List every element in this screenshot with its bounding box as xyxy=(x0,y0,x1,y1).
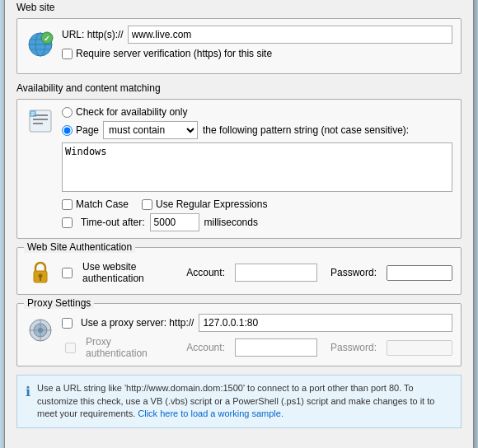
pattern-textarea[interactable]: Windows xyxy=(62,142,452,192)
globe-icon: ✓ xyxy=(26,30,55,59)
use-auth-label: Use website authentication xyxy=(82,261,171,284)
use-proxy-label: Use a proxy server: http:// xyxy=(81,317,194,329)
availability-section: ≡ Check for availability only Page must … xyxy=(16,99,462,239)
auth-section-title: Web Site Authentication xyxy=(24,241,135,253)
auth-account-label: Account: xyxy=(186,267,225,278)
use-regex-checkbox[interactable] xyxy=(142,199,152,210)
lock-icon xyxy=(26,258,55,287)
proxy-section: Proxy Settings Use a proxy server: http:… xyxy=(16,303,462,366)
info-text: Use a URL string like 'http://www.domain… xyxy=(37,382,452,420)
timeout-label: Time-out after: xyxy=(81,217,145,228)
proxy-password-input[interactable] xyxy=(387,340,452,356)
proxy-account-label: Account: xyxy=(186,342,225,353)
timeout-input[interactable] xyxy=(150,213,199,231)
use-proxy-checkbox[interactable] xyxy=(62,318,73,329)
pattern-suffix-label: the following pattern string (not case s… xyxy=(203,124,409,136)
info-box: ℹ Use a URL string like 'http://www.doma… xyxy=(16,375,462,427)
auth-password-input[interactable] xyxy=(387,265,452,281)
proxy-account-input[interactable] xyxy=(235,338,317,357)
page-label: Page xyxy=(76,124,99,136)
page-radio[interactable] xyxy=(62,125,73,136)
info-icon: ℹ xyxy=(26,383,30,401)
url-input[interactable] xyxy=(128,26,452,44)
check-availability-label: Check for availability only xyxy=(76,106,187,118)
web-site-section: ✓ URL: http(s):// Require server verific… xyxy=(16,18,462,74)
proxy-auth-label: Proxy authentication xyxy=(86,336,171,359)
proxy-url-input[interactable] xyxy=(199,314,452,332)
web-site-label: Web site xyxy=(16,2,462,13)
page-select[interactable]: must contain must not contain xyxy=(103,121,198,139)
use-auth-checkbox[interactable] xyxy=(62,268,73,278)
proxy-icon xyxy=(26,315,55,345)
use-regex-label: Use Regular Expressions xyxy=(156,198,267,210)
svg-point-14 xyxy=(39,274,43,278)
auth-section: Web Site Authentication Use website auth… xyxy=(16,247,462,295)
availability-label: Availability and content matching xyxy=(16,82,462,94)
proxy-section-title: Proxy Settings xyxy=(24,297,94,309)
auth-account-input[interactable] xyxy=(235,264,317,282)
proxy-auth-checkbox[interactable] xyxy=(65,343,76,353)
timeout-checkbox[interactable] xyxy=(62,217,73,228)
info-link[interactable]: Click here to load a working sample. xyxy=(138,408,284,418)
auth-password-label: Password: xyxy=(330,267,377,278)
svg-text:✓: ✓ xyxy=(44,35,50,43)
timeout-suffix-label: milliseconds xyxy=(204,217,258,228)
main-window: HTTP/HTTPs Check ✕ Web site ✓ xyxy=(4,0,474,448)
require-verification-label: Require server verification (https) for … xyxy=(76,48,272,59)
check-availability-radio[interactable] xyxy=(62,107,73,118)
proxy-password-label: Password: xyxy=(330,342,377,353)
svg-text:≡: ≡ xyxy=(31,110,35,118)
url-prefix-label: URL: http(s):// xyxy=(62,29,124,40)
require-verification-checkbox[interactable] xyxy=(62,49,73,59)
match-case-label: Match Case xyxy=(76,198,129,210)
match-case-checkbox[interactable] xyxy=(62,199,73,210)
button-row: OK Cancel xyxy=(5,445,473,448)
list-icon: ≡ xyxy=(26,106,55,136)
